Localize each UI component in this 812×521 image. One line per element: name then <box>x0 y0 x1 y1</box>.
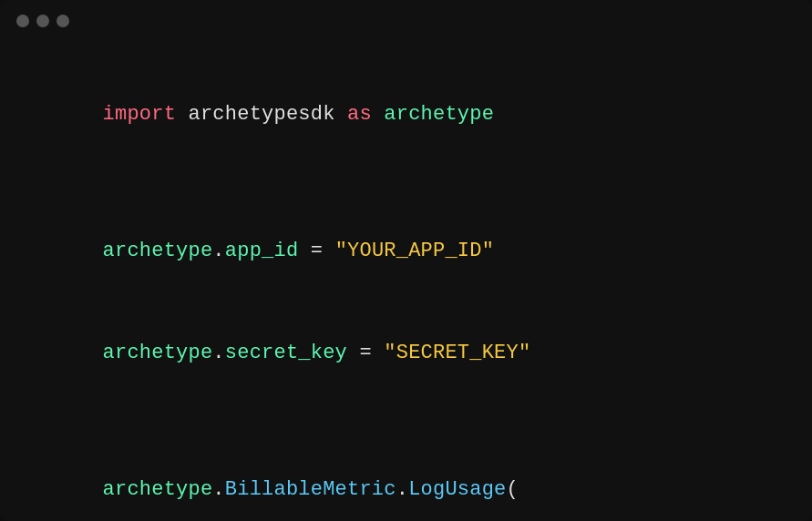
dot-1: . <box>212 240 224 262</box>
open-paren: ( <box>507 478 519 501</box>
var-archetype-3: archetype <box>103 478 213 501</box>
maximize-button[interactable] <box>57 15 69 27</box>
close-button[interactable] <box>16 15 29 27</box>
op-eq-1: = <box>298 240 334 262</box>
class-billable-metric: BillableMetric <box>225 478 396 501</box>
string-app-id: "YOUR_APP_ID" <box>335 240 495 262</box>
code-line-6: archetype.BillableMetric.LogUsage( <box>29 438 783 521</box>
code-line-3: archetype.app_id = "YOUR_APP_ID" <box>29 200 783 302</box>
minimize-button[interactable] <box>36 15 49 27</box>
title-bar <box>0 0 812 42</box>
code-line-1: import archetypesdk as archetype <box>29 64 783 166</box>
module-name: archetypesdk <box>176 103 347 126</box>
dot-2: . <box>212 342 224 364</box>
empty-line-1 <box>29 166 783 199</box>
keyword-import: import <box>103 103 177 126</box>
code-line-4: archetype.secret_key = "SECRET_KEY" <box>29 302 783 404</box>
dot-4: . <box>396 478 408 501</box>
var-archetype-1: archetype <box>103 240 213 262</box>
attr-secret-key: secret_key <box>225 342 347 364</box>
empty-line-2 <box>29 404 783 438</box>
code-block: import archetypesdk as archetype archety… <box>0 42 812 521</box>
method-log-usage: LogUsage <box>408 478 506 501</box>
alias-name: archetype <box>372 103 494 126</box>
code-window: import archetypesdk as archetype archety… <box>0 0 812 521</box>
attr-app-id: app_id <box>225 240 299 262</box>
dot-3: . <box>212 478 224 501</box>
op-eq-2: = <box>347 342 384 364</box>
var-archetype-2: archetype <box>103 342 213 364</box>
keyword-as: as <box>347 103 372 126</box>
string-secret-key: "SECRET_KEY" <box>384 342 530 364</box>
